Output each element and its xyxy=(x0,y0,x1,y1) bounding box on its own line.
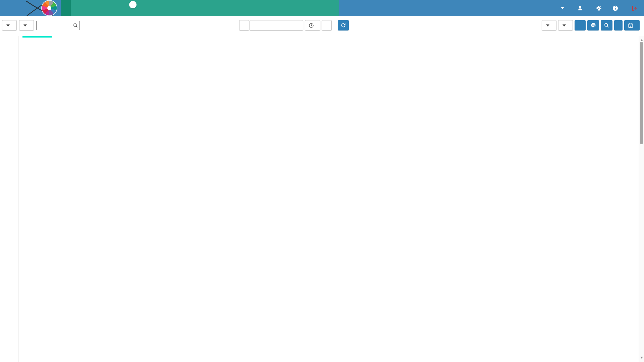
more-options-button[interactable] xyxy=(575,20,586,31)
chevron-down-icon xyxy=(6,24,10,26)
calendar-plus-icon xyxy=(628,23,633,28)
nav-item-clinical-reports[interactable] xyxy=(101,0,111,16)
clock-icon xyxy=(309,23,314,28)
nav-item-diary[interactable] xyxy=(61,0,71,16)
help-button[interactable] xyxy=(614,20,623,31)
top-right-menu xyxy=(561,0,639,16)
logout-icon xyxy=(631,5,637,11)
refresh-button[interactable] xyxy=(338,20,349,31)
date-field[interactable] xyxy=(250,20,303,31)
settings-button[interactable] xyxy=(596,5,602,11)
toolbar-right-group xyxy=(542,20,640,31)
refresh-icon xyxy=(340,22,346,28)
display-options-dropdown[interactable] xyxy=(19,20,34,31)
logout-button[interactable] xyxy=(631,5,639,11)
new-booking-button[interactable] xyxy=(624,20,640,31)
practice-selector[interactable] xyxy=(561,7,567,9)
goodx-logo[interactable] xyxy=(0,0,61,16)
time-gutter-divider xyxy=(18,36,18,362)
date-navigation xyxy=(239,20,349,31)
nav-item-dashboard[interactable] xyxy=(81,0,91,16)
diary-types-dropdown[interactable] xyxy=(542,20,556,31)
toolbar-left-group xyxy=(2,20,80,31)
search-icon xyxy=(73,23,78,28)
info-icon xyxy=(612,5,618,11)
nav-item-theatre-manager[interactable] xyxy=(71,0,81,16)
about-button[interactable] xyxy=(612,5,621,11)
chevron-down-icon xyxy=(23,24,27,26)
chevron-down-icon xyxy=(562,24,566,26)
nav-item-hospital-rounds[interactable] xyxy=(111,0,121,16)
previous-day-button[interactable] xyxy=(239,20,249,31)
printer-icon xyxy=(590,22,596,28)
diary-toolbar xyxy=(0,16,644,36)
scrollbar-thumb[interactable] xyxy=(640,42,643,144)
main-menu xyxy=(61,0,339,16)
vertical-scrollbar[interactable] xyxy=(639,36,644,362)
nav-item-patient-identifier[interactable] xyxy=(91,0,101,16)
scroll-down-arrow-icon[interactable] xyxy=(640,357,643,360)
inbox-count-badge xyxy=(129,1,137,8)
calendar-grid[interactable] xyxy=(0,36,639,362)
gear-icon xyxy=(596,5,602,11)
nav-item-inbox[interactable] xyxy=(121,0,131,16)
search-icon xyxy=(604,22,609,28)
scroll-up-arrow-icon[interactable] xyxy=(640,38,643,41)
provider-dropdown[interactable] xyxy=(2,20,17,31)
booking-event-label xyxy=(22,36,52,38)
print-button[interactable] xyxy=(587,20,599,31)
user-icon xyxy=(577,5,583,11)
now-button[interactable] xyxy=(305,20,320,31)
search-button[interactable] xyxy=(601,20,612,31)
render-policies-dropdown[interactable] xyxy=(558,20,573,31)
top-navigation-bar xyxy=(0,0,644,16)
next-day-button[interactable] xyxy=(322,20,332,31)
chevron-down-icon xyxy=(546,24,549,26)
chevron-down-icon xyxy=(561,7,564,9)
color-wheel-icon xyxy=(42,1,57,15)
user-menu[interactable] xyxy=(577,5,585,11)
filter-bookings xyxy=(36,21,80,30)
